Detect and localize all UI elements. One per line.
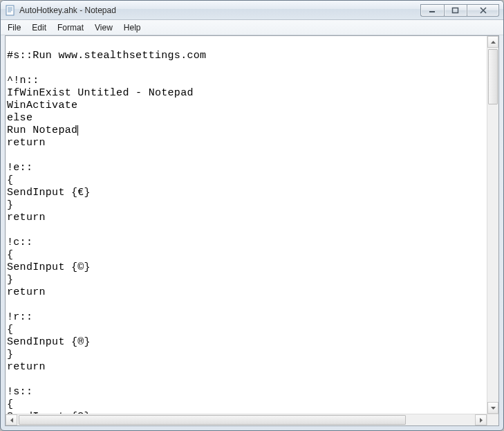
scroll-left-button[interactable] <box>6 414 17 425</box>
maximize-button[interactable] <box>444 4 467 17</box>
vscroll-thumb[interactable] <box>488 49 498 104</box>
notepad-window: AutoHotkey.ahk - Notepad File Edit Forma… <box>0 0 504 431</box>
vertical-scrollbar[interactable] <box>487 36 498 414</box>
window-controls <box>420 4 499 17</box>
window-title: AutoHotkey.ahk - Notepad <box>19 6 116 15</box>
scroll-right-button[interactable] <box>475 414 487 425</box>
menu-edit[interactable]: Edit <box>26 20 52 35</box>
editor-wrap: #s::Run www.stealthsettings.com ^!n:: If… <box>6 36 498 414</box>
scroll-up-button[interactable] <box>487 36 498 48</box>
menu-help[interactable]: Help <box>118 20 147 35</box>
notepad-icon <box>5 5 16 16</box>
svg-rect-6 <box>453 8 458 12</box>
menu-file[interactable]: File <box>2 20 26 35</box>
titlebar[interactable]: AutoHotkey.ahk - Notepad <box>1 1 503 20</box>
vscroll-track[interactable] <box>487 48 498 402</box>
menubar: File Edit Format View Help <box>1 20 503 35</box>
minimize-button[interactable] <box>420 4 444 17</box>
horizontal-scrollbar[interactable] <box>6 414 487 425</box>
text-caret <box>77 125 78 136</box>
menu-view[interactable]: View <box>89 20 118 35</box>
client-area: #s::Run www.stealthsettings.com ^!n:: If… <box>5 35 499 426</box>
hscroll-track[interactable] <box>17 414 475 425</box>
close-button[interactable] <box>467 4 499 17</box>
menu-format[interactable]: Format <box>52 20 89 35</box>
hscroll-thumb[interactable] <box>19 415 406 425</box>
text-editor[interactable]: #s::Run www.stealthsettings.com ^!n:: If… <box>6 36 487 414</box>
svg-rect-5 <box>429 11 435 12</box>
scroll-corner <box>487 414 498 425</box>
scroll-down-button[interactable] <box>487 402 498 414</box>
